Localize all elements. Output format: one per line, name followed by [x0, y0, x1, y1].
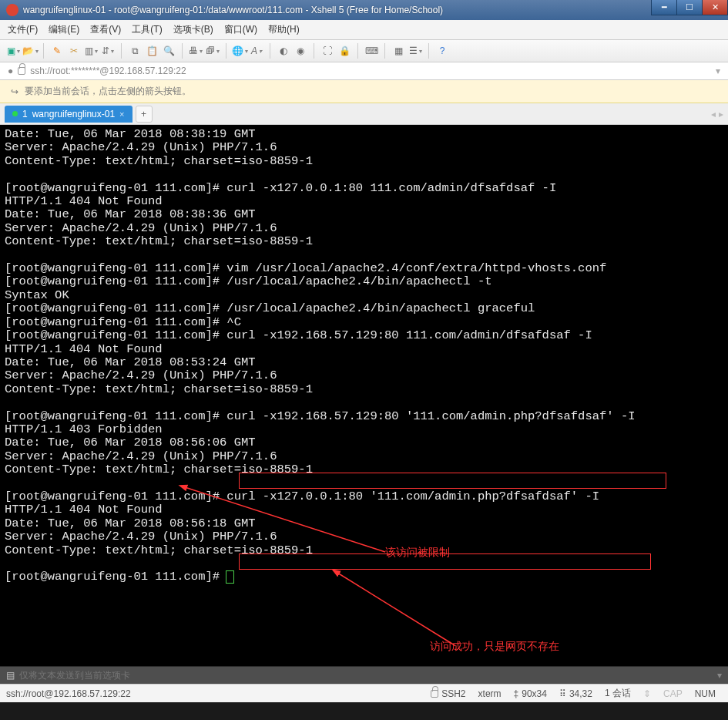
copy-icon[interactable]: ⧉: [128, 44, 142, 58]
menu-edit[interactable]: 编辑(E): [49, 23, 79, 36]
svg-line-0: [185, 487, 385, 552]
menu-help[interactable]: 帮助(H): [268, 23, 300, 36]
annotation-box-1: [239, 473, 666, 489]
status-lock-icon: [431, 690, 438, 698]
address-bar: ● ssh://root:********@192.168.57.129:22 …: [0, 62, 728, 80]
sep: [428, 43, 429, 59]
status-connection: ssh://root@192.168.57.129:22: [6, 688, 131, 699]
minimize-button[interactable]: ━: [651, 0, 677, 15]
search-icon[interactable]: 🔍: [162, 44, 176, 58]
tip-text: 要添加当前会话，点击左侧的箭头按钮。: [25, 85, 191, 98]
sep: [384, 43, 385, 59]
properties-icon[interactable]: ▥: [84, 44, 98, 58]
status-sessions: 1 会话: [605, 687, 631, 700]
tab-strip: 1 wangruifenglinux-01 × + ◂ ▸: [0, 103, 728, 125]
new-tab-button[interactable]: +: [136, 106, 153, 123]
terminal-output[interactable]: Date: Tue, 06 Mar 2018 08:38:19 GMT Serv…: [0, 125, 728, 666]
status-proto: SSH2: [431, 688, 465, 699]
tab-index: 1: [22, 109, 28, 119]
scheme-icon[interactable]: ◉: [294, 44, 307, 58]
status-pos: ⠿ 34,32: [559, 688, 592, 699]
tab-name: wangruifenglinux-01: [32, 109, 115, 119]
help-icon[interactable]: ?: [435, 44, 449, 58]
layout-icon[interactable]: ☰: [408, 44, 422, 58]
sep: [226, 43, 226, 59]
tab-next-icon[interactable]: ▸: [719, 109, 723, 119]
window-title: wangruifenglinux-01 - root@wangruifeng-0…: [23, 5, 725, 15]
compose-input[interactable]: [19, 670, 713, 681]
status-arrows-icon: ⇕: [643, 688, 651, 699]
color-icon[interactable]: ◐: [277, 44, 290, 58]
compose-dropdown-icon[interactable]: ▾: [717, 670, 722, 681]
print-icon[interactable]: 🖶: [189, 44, 203, 58]
address-lock-icon: [18, 67, 25, 75]
status-bar: ssh://root@192.168.57.129:22 SSH2 xterm …: [0, 684, 728, 702]
open-icon[interactable]: 📂: [23, 44, 37, 58]
sep: [182, 43, 183, 59]
tab-close-icon[interactable]: ×: [119, 109, 124, 119]
toolbar: ▣ 📂 ✎ ✂ ▥ ⇵ ⧉ 📋 🔍 🖶 🗊 🌐 A ◐ ◉ ⛶ 🔒 ⌨ ▦ ☰ …: [0, 40, 728, 62]
maximize-button[interactable]: ☐: [676, 0, 703, 15]
keyboard-icon[interactable]: ⌨: [364, 44, 378, 58]
menu-file[interactable]: 文件(F): [8, 23, 38, 36]
status-num: NUM: [695, 688, 716, 699]
compose-target-icon[interactable]: ▤: [6, 670, 15, 681]
paste-icon[interactable]: 📋: [145, 44, 159, 58]
tile-icon[interactable]: ▦: [391, 44, 405, 58]
tab-prev-icon[interactable]: ◂: [711, 109, 716, 119]
annotation-text-2: 访问成功，只是网页不存在: [430, 640, 559, 653]
reconnect-icon[interactable]: ✎: [50, 44, 64, 58]
menu-window[interactable]: 窗口(W): [224, 23, 257, 36]
menubar: 文件(F) 编辑(E) 查看(V) 工具(T) 选项卡(B) 窗口(W) 帮助(…: [0, 20, 728, 40]
menu-tabs[interactable]: 选项卡(B): [173, 23, 213, 36]
arrow-1: [177, 481, 393, 558]
disconnect-icon[interactable]: ✂: [67, 44, 81, 58]
sep: [43, 43, 44, 59]
menu-view[interactable]: 查看(V): [90, 23, 121, 36]
globe-icon[interactable]: 🌐: [233, 44, 247, 58]
annotation-text-1: 该访问被限制: [385, 546, 450, 559]
svg-line-1: [337, 573, 455, 645]
window-controls: ━ ☐ ✕: [652, 0, 728, 15]
sep: [270, 43, 270, 59]
sep: [121, 43, 122, 59]
lock-icon[interactable]: 🔒: [337, 44, 351, 58]
status-cap: CAP: [663, 688, 683, 699]
sep: [357, 43, 358, 59]
close-button[interactable]: ✕: [702, 0, 728, 15]
address-dropdown-icon[interactable]: ▾: [716, 66, 720, 76]
tip-arrow-icon[interactable]: ↪: [11, 86, 18, 97]
fullscreen-icon[interactable]: ⛶: [320, 44, 334, 58]
font-icon[interactable]: A: [250, 44, 263, 58]
compose-bar: ▤ ▾: [0, 666, 728, 684]
tipbar: ↪ 要添加当前会话，点击左侧的箭头按钮。: [0, 80, 728, 103]
status-size: ‡ 90x34: [514, 688, 547, 699]
window-titlebar: wangruifenglinux-01 - root@wangruifeng-0…: [0, 0, 728, 20]
tab-status-icon: [12, 111, 18, 116]
sep: [314, 43, 314, 59]
log-icon[interactable]: 🗊: [206, 44, 220, 58]
status-term: xterm: [478, 688, 502, 699]
address-bullet-icon: ●: [8, 66, 13, 76]
session-tab[interactable]: 1 wangruifenglinux-01 ×: [5, 106, 133, 123]
arrow-2: [331, 568, 462, 651]
transfer-icon[interactable]: ⇵: [101, 44, 115, 58]
new-session-icon[interactable]: ▣: [6, 44, 20, 58]
address-url[interactable]: ssh://root:********@192.168.57.129:22: [30, 66, 711, 76]
app-icon: [6, 4, 18, 16]
menu-tools[interactable]: 工具(T): [132, 23, 162, 36]
tab-nav: ◂ ▸: [711, 109, 723, 119]
